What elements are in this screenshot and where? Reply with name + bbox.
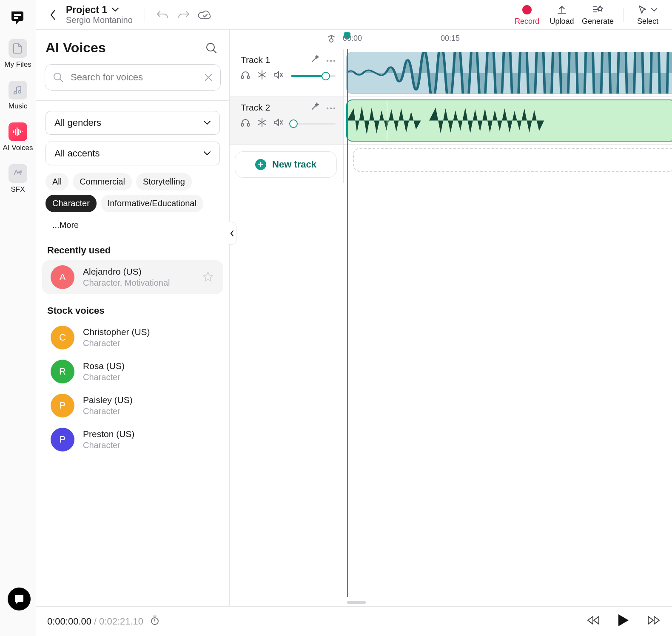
record-button[interactable]: Record — [512, 4, 542, 26]
file-icon — [9, 39, 27, 58]
svg-rect-9 — [22, 131, 23, 132]
track-name: Track 1 — [241, 55, 270, 65]
svg-rect-21 — [242, 123, 243, 126]
collapse-panel-button[interactable] — [228, 222, 236, 245]
svg-point-19 — [330, 108, 332, 110]
tool-label: Generate — [582, 17, 614, 26]
svg-rect-8 — [20, 131, 21, 133]
voice-name: Alejandro (US) — [83, 266, 194, 277]
rewind-button[interactable] — [586, 615, 601, 627]
voice-name: Preston (US) — [83, 429, 220, 440]
project-switcher[interactable]: Project 1 Sergio Montanino — [66, 4, 133, 25]
play-button[interactable] — [618, 613, 629, 629]
search-input[interactable] — [70, 71, 198, 83]
track-row: Track 1 — [230, 49, 672, 97]
wand-icon[interactable] — [311, 102, 319, 113]
select-tool[interactable]: Select — [633, 4, 663, 26]
generate-button[interactable]: Generate — [582, 4, 614, 26]
back-button[interactable] — [46, 7, 61, 23]
time-sep: / — [94, 616, 97, 627]
track-row: Track 2 — [230, 97, 672, 145]
category-chip[interactable]: All — [46, 173, 68, 190]
audio-clip[interactable] — [346, 52, 672, 94]
new-track-button[interactable]: + New track — [235, 151, 337, 178]
time-total: 0:02:21.10 — [99, 616, 143, 627]
chevron-down-icon — [651, 8, 658, 12]
svg-point-13 — [327, 60, 329, 62]
svg-rect-22 — [248, 123, 249, 126]
track-lane[interactable] — [344, 49, 672, 97]
favorite-icon[interactable] — [202, 271, 215, 284]
ruler-tick-label: 00:15 — [441, 34, 460, 43]
snap-icon[interactable] — [327, 34, 336, 45]
stopwatch-icon[interactable] — [150, 615, 159, 628]
category-chip[interactable]: Commercial — [73, 173, 132, 190]
volume-slider[interactable] — [291, 75, 336, 77]
time-current: 0:00:00.00 — [47, 616, 91, 627]
select-value: All accents — [54, 148, 100, 159]
voice-avatar: C — [51, 326, 74, 349]
svg-point-3 — [18, 91, 21, 93]
svg-point-18 — [327, 108, 329, 110]
voice-item[interactable]: PPaisley (US)Character — [36, 389, 229, 423]
category-chip[interactable]: Storytelling — [136, 173, 192, 190]
tool-label: Upload — [550, 17, 574, 26]
more-icon[interactable] — [326, 54, 336, 65]
voice-name: Christopher (US) — [83, 327, 220, 338]
mute-icon[interactable] — [274, 118, 283, 129]
freeze-icon[interactable] — [258, 118, 266, 129]
tool-label: Record — [515, 17, 539, 26]
horizontal-scrollbar[interactable] — [344, 599, 672, 605]
svg-rect-6 — [17, 128, 18, 136]
select-value: All genders — [54, 117, 101, 128]
search-icon[interactable] — [205, 42, 217, 54]
svg-rect-16 — [242, 76, 243, 79]
redo-button[interactable] — [176, 7, 192, 23]
section-stock: Stock voices — [36, 294, 229, 321]
voice-item[interactable]: AAlejandro (US)Character, Motivational — [42, 260, 223, 294]
voice-item[interactable]: RRosa (US)Character — [36, 355, 229, 389]
search-icon — [53, 72, 64, 83]
headphones-icon[interactable] — [241, 118, 250, 129]
intercom-launcher[interactable] — [8, 588, 31, 610]
empty-clip-placeholder[interactable] — [353, 148, 672, 172]
chevron-down-icon — [203, 151, 211, 156]
plus-icon: + — [255, 159, 266, 170]
nav-music[interactable]: Music — [9, 81, 27, 111]
category-chip[interactable]: Character — [46, 195, 97, 212]
volume-slider[interactable] — [291, 123, 336, 125]
nav-my-files[interactable]: My Files — [4, 39, 31, 69]
accent-filter[interactable]: All accents — [46, 142, 220, 165]
upload-button[interactable]: Upload — [547, 4, 577, 26]
record-icon — [522, 5, 532, 14]
time-ruler[interactable]: 00:0000:15 — [230, 30, 672, 49]
track-lane[interactable] — [344, 97, 672, 144]
nav-sfx[interactable]: SFX — [9, 164, 27, 194]
wand-icon[interactable] — [311, 54, 319, 65]
voice-item[interactable]: CChristopher (US)Character — [36, 321, 229, 355]
voice-tags: Character, Motivational — [83, 278, 194, 288]
voice-search[interactable] — [45, 64, 221, 91]
sfx-icon — [9, 164, 27, 183]
headphones-icon[interactable] — [241, 70, 250, 82]
voice-avatar: P — [51, 394, 74, 417]
more-chip[interactable]: ...More — [46, 216, 85, 234]
fast-forward-button[interactable] — [646, 615, 661, 627]
nav-ai-voices[interactable]: AI Voices — [3, 122, 33, 152]
category-chip[interactable]: Informative/Educational — [101, 195, 203, 212]
project-title: Project 1 — [66, 4, 107, 15]
audio-clip[interactable] — [346, 99, 672, 142]
mute-icon[interactable] — [274, 71, 283, 81]
more-icon[interactable] — [326, 102, 336, 113]
freeze-icon[interactable] — [258, 70, 266, 82]
voice-item[interactable]: PPreston (US)Character — [36, 423, 229, 457]
gender-filter[interactable]: All genders — [46, 111, 220, 135]
chevron-down-icon — [111, 7, 119, 12]
ruler-tick-label: 00:00 — [343, 34, 362, 43]
transport-bar: 0:00:00.00 / 0:02:21.10 — [36, 606, 672, 636]
ai-voices-panel: AI Voices All genders — [36, 30, 230, 606]
undo-button[interactable] — [154, 7, 171, 23]
clear-icon[interactable] — [204, 73, 213, 82]
voice-name: Paisley (US) — [83, 395, 220, 406]
cloud-sync-button[interactable] — [197, 7, 213, 23]
